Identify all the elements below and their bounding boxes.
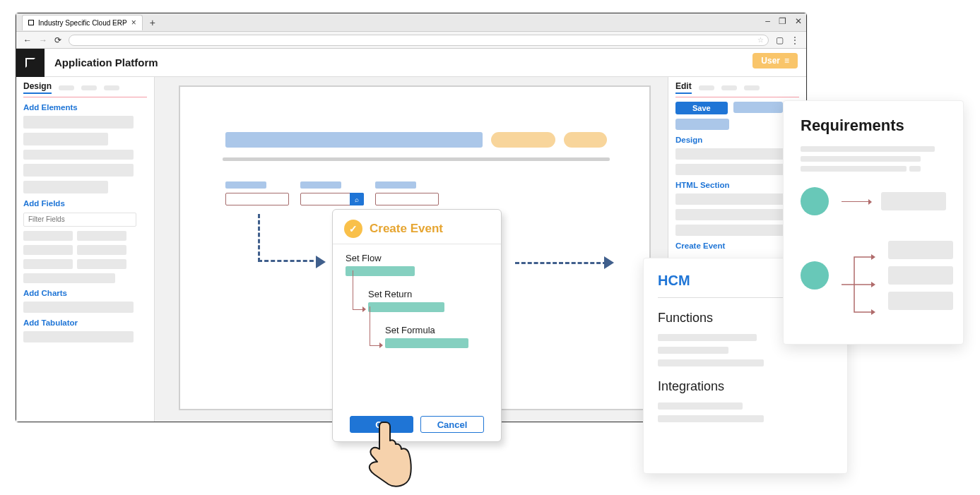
tab-placeholder[interactable] [721,85,737,90]
tab-close-icon[interactable]: × [131,18,136,28]
modal-header: ✓ Create Event [333,210,501,244]
tabulator-item[interactable] [23,331,134,342]
design-item[interactable] [675,148,786,160]
filter-fields-input[interactable] [23,213,136,227]
element-item[interactable] [23,181,108,193]
section-html[interactable]: HTML Section [675,181,799,189]
field-label [300,181,341,189]
flow-step-set-return[interactable]: Set Return [368,289,488,312]
tab-placeholder[interactable] [699,85,714,90]
bookmark-star-icon[interactable]: ☆ [757,36,764,44]
tab-placeholder[interactable] [81,85,97,90]
text-line [909,166,921,172]
requirement-node-branch[interactable] [801,241,946,310]
element-item[interactable] [23,150,134,160]
browser-tab[interactable]: Industry Specific Cloud ERP × [22,15,143,30]
list-item[interactable] [658,402,743,410]
browser-menu-icon[interactable]: ⋮ [791,35,799,45]
app-title: Application Platform [45,56,158,68]
cancel-button[interactable]: Cancel [420,416,484,433]
element-item[interactable] [23,116,134,129]
nav-reload-icon[interactable]: ⟳ [54,35,61,45]
hcm-integrations-heading: Integrations [658,379,833,394]
user-menu-icon: ≡ [784,56,789,66]
field-item[interactable] [23,259,73,269]
tab-placeholder[interactable] [104,85,119,90]
check-circle-icon: ✓ [344,220,362,238]
canvas-action-pill[interactable] [491,132,555,148]
flow-arrow [258,214,320,262]
tab-design[interactable]: Design [23,81,52,94]
field-label [225,181,266,189]
node-target [888,292,953,310]
step-bar [368,302,444,312]
field-item[interactable] [23,231,73,241]
list-item[interactable] [658,347,728,354]
field-item[interactable] [23,273,115,283]
canvas-action-pill[interactable] [564,132,607,148]
canvas-input-row: ⌕ [225,193,439,205]
html-item[interactable] [675,225,786,236]
requirement-node[interactable] [801,187,946,215]
canvas-divider [223,157,610,161]
section-create-event[interactable]: Create Event [675,241,799,250]
edit-action[interactable] [733,102,783,113]
tab-placeholder[interactable] [744,85,760,90]
field-item[interactable] [77,231,126,241]
requirements-title: Requirements [801,117,946,135]
new-tab-button[interactable]: + [143,17,163,28]
window-maximize-icon[interactable]: ❐ [779,16,786,26]
search-icon-button[interactable]: ⌕ [350,193,364,205]
section-add-charts[interactable]: Add Charts [23,289,147,297]
app-logo[interactable] [16,49,45,77]
field-item[interactable] [77,245,126,255]
section-add-fields[interactable]: Add Fields [23,199,147,208]
canvas-search-field[interactable]: ⌕ [300,193,364,205]
canvas-input-field[interactable] [225,193,289,205]
node-target [888,241,953,259]
chart-item[interactable] [23,302,134,313]
list-item[interactable] [658,359,764,366]
url-input[interactable]: ☆ [69,35,769,46]
toolbar-extension-icon[interactable]: ▢ [776,35,784,45]
user-menu-button[interactable]: User ≡ [752,53,798,68]
flow-arrow [515,262,607,264]
design-item[interactable] [675,164,786,175]
step-label: Set Flow [346,253,488,263]
svg-marker-1 [871,282,875,287]
window-minimize-icon[interactable]: – [765,16,770,26]
browser-address-bar: ← → ⟳ ☆ ▢ ⋮ [16,32,806,49]
section-design[interactable]: Design [675,136,799,144]
edit-action[interactable] [675,119,729,130]
element-item[interactable] [23,164,134,177]
section-add-tabulator[interactable]: Add Tabulator [23,318,147,327]
save-button[interactable]: Save [675,102,728,114]
flow-step-set-flow[interactable]: Set Flow [346,253,488,276]
text-line [801,146,935,152]
field-item[interactable] [77,259,126,269]
node-arrow-icon [842,201,868,202]
element-item[interactable] [23,133,108,145]
html-item[interactable] [675,209,786,220]
tab-edit[interactable]: Edit [675,81,692,94]
list-item[interactable] [658,334,757,341]
left-panel-tabs: Design [23,81,147,97]
cursor-hand-icon [360,418,417,491]
canvas-title-bar[interactable] [225,132,483,148]
section-add-elements[interactable]: Add Elements [23,103,147,112]
node-target [888,266,953,285]
window-close-icon[interactable]: ✕ [795,16,802,26]
node-circle-icon [801,187,829,215]
field-item[interactable] [23,245,73,255]
tab-title: Industry Specific Cloud ERP [38,19,127,27]
canvas-input-field[interactable] [375,193,439,205]
requirements-card: Requirements [783,100,964,345]
tab-placeholder[interactable] [59,85,74,90]
nav-back-icon[interactable]: ← [23,35,32,45]
flow-step-set-formula[interactable]: Set Formula [385,325,488,348]
right-panel-tabs: Edit [675,81,799,97]
list-item[interactable] [658,415,764,422]
svg-marker-0 [871,254,875,260]
html-item[interactable] [675,193,786,205]
nav-forward-icon[interactable]: → [39,35,47,45]
